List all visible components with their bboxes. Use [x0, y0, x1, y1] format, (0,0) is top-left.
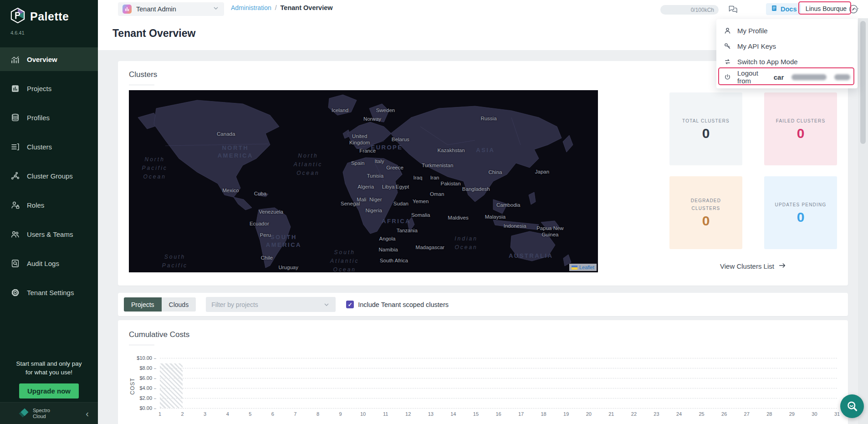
chat-icon[interactable]	[727, 3, 739, 15]
sidebar-item-cluster-groups[interactable]: Cluster Groups	[0, 164, 98, 188]
sidebar-item-label: Clusters	[27, 143, 52, 151]
profiles-icon	[10, 112, 20, 123]
stat-card-degraded-clusters: DEGRADED CLUSTERS0	[669, 176, 742, 249]
tab-projects[interactable]: Projects	[124, 297, 162, 312]
menu-item-my-api-keys[interactable]: My API Keys	[716, 38, 858, 54]
sidebar-collapse-button[interactable]: ‹	[86, 409, 89, 418]
app-window: Palette 4.6.41 OverviewProjectsProfilesC…	[0, 0, 868, 424]
x-tick-label: 17	[518, 411, 524, 417]
clusters-icon	[10, 142, 20, 152]
sidebar-item-audit-logs[interactable]: Audit Logs	[0, 251, 98, 275]
user-menu-button[interactable]: Linus Bourque	[802, 4, 851, 14]
x-tick-label: 4	[226, 411, 229, 417]
menu-item-my-profile[interactable]: My Profile	[716, 23, 858, 38]
sidebar-item-overview[interactable]: Overview	[0, 47, 98, 71]
view-clusters-list-link[interactable]: View Clusters List	[669, 261, 837, 271]
menu-item-logout[interactable]: Logout from car	[716, 69, 858, 85]
sidebar-item-roles[interactable]: Roles	[0, 193, 98, 217]
include-tenant-scoped-checkbox[interactable]: ✓ Include Tenant scoped clusters	[346, 301, 449, 308]
redacted-text	[791, 74, 827, 80]
y-tick-label: $4.00	[139, 385, 156, 391]
x-tick-label: 16	[495, 411, 501, 417]
docs-label: Docs	[781, 5, 797, 13]
y-axis-title: COST	[129, 358, 136, 408]
spectro-cloud-wordmark: Spectro Cloud	[33, 408, 50, 419]
sidebar-item-profiles[interactable]: Profiles	[0, 106, 98, 129]
x-tick-label: 29	[789, 411, 795, 417]
leaflet-attribution[interactable]: Leaflet	[569, 264, 597, 271]
stat-value: 0	[702, 213, 710, 229]
x-tick-label: 13	[428, 411, 434, 417]
audit-logs-icon	[10, 258, 20, 268]
chevron-down-icon	[323, 301, 330, 308]
roles-icon	[10, 200, 20, 210]
menu-item-label: Switch to App Mode	[737, 58, 798, 66]
app-version: 4.6.41	[0, 26, 98, 36]
gridline	[160, 358, 837, 358]
checkbox-label: Include Tenant scoped clusters	[358, 301, 449, 308]
x-tick-label: 22	[631, 411, 637, 417]
power-icon	[724, 73, 731, 81]
overview-icon	[10, 54, 20, 64]
scope-selector[interactable]: Tenant Admin	[118, 2, 224, 16]
sidebar-item-label: Roles	[27, 201, 44, 209]
sidebar-item-label: Profiles	[27, 114, 50, 122]
stat-label: UPDATES PENDING	[775, 201, 827, 209]
leaflet-label: Leaflet	[579, 265, 594, 270]
menu-item-label: My API Keys	[737, 42, 776, 50]
cluster-groups-icon	[10, 171, 20, 181]
cost-chart: COST $10.00$8.00$6.00$4.00$2.00$0.00 123…	[129, 358, 837, 408]
sidebar-item-projects[interactable]: Projects	[0, 77, 98, 100]
divider	[129, 345, 154, 345]
sidebar-item-clusters[interactable]: Clusters	[0, 135, 98, 158]
breadcrumb-current: Tenant Overview	[281, 4, 333, 11]
world-map[interactable]: IcelandSwedenNorwayRussiaCanadaUnited Ki…	[129, 90, 598, 272]
breadcrumb-administration-link[interactable]: Administration	[231, 4, 271, 11]
key-icon	[724, 42, 731, 50]
tab-clouds[interactable]: Clouds	[162, 297, 196, 312]
sidebar-item-label: Users & Teams	[27, 230, 73, 238]
tenant-admin-icon	[123, 5, 132, 14]
logout-label: Logout from	[737, 69, 768, 85]
x-tick-label: 24	[676, 411, 682, 417]
sidebar-item-tenant-settings[interactable]: Tenant Settings	[0, 281, 98, 304]
stat-label: TOTAL CLUSTERS	[682, 117, 730, 125]
gridline	[160, 398, 837, 398]
breadcrumb: Administration / Tenant Overview	[231, 4, 333, 11]
x-tick-label: 21	[608, 411, 614, 417]
sidebar-item-label: Cluster Groups	[27, 172, 73, 180]
stat-card-failed-clusters: FAILED CLUSTERS0	[764, 92, 837, 165]
sidebar-item-label: Audit Logs	[27, 260, 59, 267]
scrollbar-track[interactable]	[858, 18, 868, 424]
costs-card-title: Cumulative Costs	[129, 330, 837, 339]
y-tick-label: $8.00	[139, 365, 156, 371]
search-smile-icon	[845, 399, 859, 413]
stat-card-total-clusters: TOTAL CLUSTERS0	[669, 92, 742, 165]
support-search-button[interactable]	[840, 394, 864, 418]
upgrade-now-button[interactable]: Upgrade now	[19, 383, 79, 398]
stat-label: DEGRADED CLUSTERS	[685, 197, 726, 212]
palette-logo-icon	[10, 7, 26, 26]
menu-item-switch-to-app-mode[interactable]: Switch to App Mode	[716, 54, 858, 69]
sidebar-item-users-teams[interactable]: Users & Teams	[0, 222, 98, 246]
x-tick-label: 8	[317, 411, 319, 417]
y-tick-label: $10.00	[137, 355, 156, 361]
sidebar: Palette 4.6.41 OverviewProjectsProfilesC…	[0, 0, 98, 424]
scope-selector-label: Tenant Admin	[136, 5, 176, 13]
x-tick-label: 25	[699, 411, 704, 417]
scrollbar-thumb[interactable]	[860, 21, 866, 144]
usage-quota-pill: 0/100kCh	[660, 5, 719, 15]
flag-icon	[572, 266, 577, 270]
x-tick-label: 9	[339, 411, 342, 417]
sidebar-nav: OverviewProjectsProfilesClustersCluster …	[0, 47, 98, 304]
docs-button[interactable]: Docs	[766, 3, 801, 15]
redacted-text	[834, 74, 850, 80]
filter-by-projects-select[interactable]: Filter by projects	[206, 297, 336, 312]
cost-bar	[160, 363, 183, 408]
divider	[129, 85, 154, 85]
x-tick-label: 3	[204, 411, 206, 417]
sidebar-item-label: Projects	[27, 85, 51, 92]
chevron-down-icon	[212, 5, 220, 14]
arrow-right-icon	[778, 261, 786, 271]
chevron-down-icon[interactable]	[853, 5, 860, 13]
